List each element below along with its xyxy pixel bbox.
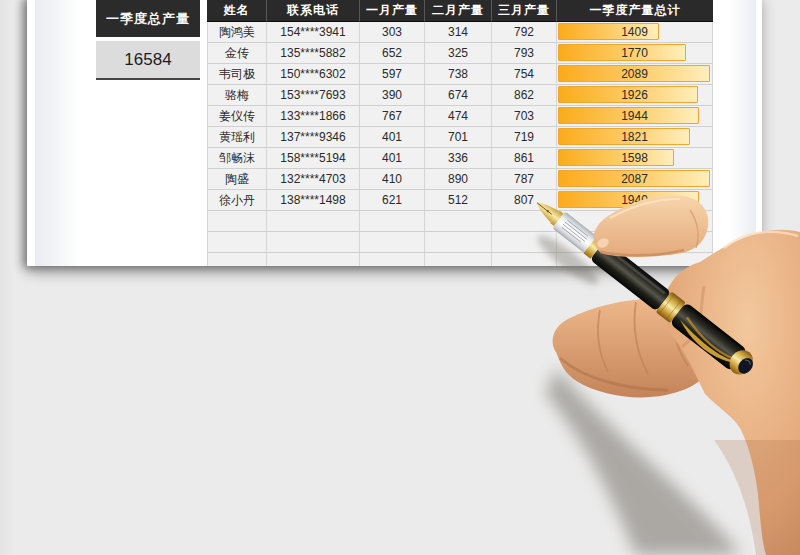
cell-name: 骆梅 <box>207 85 267 106</box>
pen-cap-gold-filigree <box>675 317 739 370</box>
empty-cell <box>557 232 713 253</box>
cell-m1: 652 <box>360 43 425 64</box>
cell-m1: 401 <box>360 127 425 148</box>
empty-cell <box>360 211 425 232</box>
cell-phone: 135****5882 <box>267 43 360 64</box>
cell-m2: 314 <box>425 22 492 43</box>
cell-m1: 621 <box>360 190 425 211</box>
cell-m1: 767 <box>360 106 425 127</box>
empty-cell <box>425 211 492 232</box>
production-table: 姓名联系电话一月产量二月产量三月产量一季度产量总计陶鸿美154****39413… <box>207 0 713 266</box>
cell-m3: 703 <box>492 106 557 127</box>
cell-name: 黄瑶利 <box>207 127 267 148</box>
cell-m3: 807 <box>492 190 557 211</box>
cell-phone: 132****4703 <box>267 169 360 190</box>
total-data-bar <box>558 149 674 166</box>
cell-m3: 862 <box>492 85 557 106</box>
cell-name: 姜仪传 <box>207 106 267 127</box>
empty-cell <box>267 211 360 232</box>
column-header-5: 三月产量 <box>492 0 557 22</box>
paper-right-fold <box>730 0 756 266</box>
empty-cell <box>267 232 360 253</box>
cell-m2: 336 <box>425 148 492 169</box>
cell-phone: 138****1498 <box>267 190 360 211</box>
empty-cell <box>492 211 557 232</box>
empty-cell <box>360 232 425 253</box>
hand-back-and-wrist <box>664 230 800 555</box>
pen-center-band <box>656 291 686 323</box>
cell-name: 陶鸿美 <box>207 22 267 43</box>
cell-name: 韦司极 <box>207 64 267 85</box>
pen-cap-dome <box>735 355 756 377</box>
cell-total: 2087 <box>557 169 713 190</box>
cell-total: 1598 <box>557 148 713 169</box>
empty-cell <box>557 253 713 266</box>
summary-value: 16584 <box>96 41 200 80</box>
cell-m1: 401 <box>360 148 425 169</box>
cell-total: 1409 <box>557 22 713 43</box>
column-header-6: 一季度产量总计 <box>557 0 713 22</box>
cell-phone: 158****5194 <box>267 148 360 169</box>
cell-phone: 154****3941 <box>267 22 360 43</box>
summary-panel: 一季度总产量 16584 <box>96 0 200 80</box>
cell-m2: 474 <box>425 106 492 127</box>
hand-shadow <box>533 230 741 555</box>
cell-m3: 793 <box>492 43 557 64</box>
cell-m2: 738 <box>425 64 492 85</box>
paper-left-fold <box>35 0 79 266</box>
cell-m3: 754 <box>492 64 557 85</box>
column-header-1: 姓名 <box>207 0 267 22</box>
cell-m2: 701 <box>425 127 492 148</box>
cell-m2: 325 <box>425 43 492 64</box>
empty-cell <box>207 211 267 232</box>
cell-total: 1926 <box>557 85 713 106</box>
pen-cap-finial <box>725 346 758 380</box>
empty-cell <box>557 211 713 232</box>
cell-m2: 512 <box>425 190 492 211</box>
empty-cell <box>425 232 492 253</box>
cell-total: 1770 <box>557 43 713 64</box>
cell-m3: 861 <box>492 148 557 169</box>
hand-fingers-under-pen <box>553 299 720 398</box>
cell-m1: 410 <box>360 169 425 190</box>
empty-cell <box>207 253 267 266</box>
cell-m3: 792 <box>492 22 557 43</box>
empty-cell <box>492 253 557 266</box>
cell-phone: 133****1866 <box>267 106 360 127</box>
cell-total: 1940 <box>557 190 713 211</box>
cell-name: 金传 <box>207 43 267 64</box>
cell-phone: 150****6302 <box>267 64 360 85</box>
cell-m2: 674 <box>425 85 492 106</box>
cell-m1: 303 <box>360 22 425 43</box>
cell-name: 陶盛 <box>207 169 267 190</box>
cell-total: 1944 <box>557 106 713 127</box>
cell-m1: 597 <box>360 64 425 85</box>
empty-cell <box>425 253 492 266</box>
cell-total: 1821 <box>557 127 713 148</box>
cell-name: 徐小丹 <box>207 190 267 211</box>
paper-sheet: 一季度总产量 16584 姓名联系电话一月产量二月产量三月产量一季度产量总计陶鸿… <box>27 0 762 266</box>
cell-phone: 153****7693 <box>267 85 360 106</box>
column-header-4: 二月产量 <box>425 0 492 22</box>
empty-cell <box>492 232 557 253</box>
page: 一季度总产量 16584 姓名联系电话一月产量二月产量三月产量一季度产量总计陶鸿… <box>0 0 800 555</box>
column-header-2: 联系电话 <box>267 0 360 22</box>
cell-m3: 719 <box>492 127 557 148</box>
empty-cell <box>207 232 267 253</box>
cell-m3: 787 <box>492 169 557 190</box>
column-header-3: 一月产量 <box>360 0 425 22</box>
summary-title: 一季度总产量 <box>96 0 200 37</box>
pen-cap <box>669 302 747 371</box>
empty-cell <box>360 253 425 266</box>
empty-cell <box>267 253 360 266</box>
cell-m2: 890 <box>425 169 492 190</box>
cell-m1: 390 <box>360 85 425 106</box>
cell-total: 2089 <box>557 64 713 85</box>
cell-phone: 137****9346 <box>267 127 360 148</box>
cell-name: 邹畅沫 <box>207 148 267 169</box>
